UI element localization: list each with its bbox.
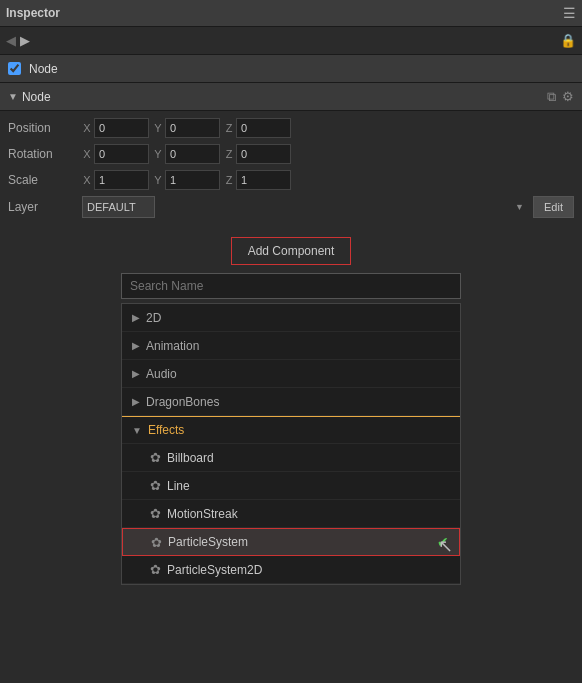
position-fields: X Y Z <box>82 118 574 138</box>
layer-select-wrap: DEFAULT <box>82 196 529 218</box>
rotation-x-input[interactable] <box>94 144 149 164</box>
sx-axis-label: X <box>82 174 92 186</box>
scale-z-input[interactable] <box>236 170 291 190</box>
nav-row: ◀ ▶ 🔒 <box>0 27 582 55</box>
audio-arrow: ▶ <box>132 368 140 379</box>
position-row: Position X Y Z <box>0 115 582 141</box>
scale-label: Scale <box>8 173 78 187</box>
scale-x-field: X <box>82 170 149 190</box>
effects-arrow: ▼ <box>132 425 142 436</box>
position-x-field: X <box>82 118 149 138</box>
2d-arrow: ▶ <box>132 312 140 323</box>
lock-icon[interactable]: 🔒 <box>560 33 576 48</box>
scale-fields: X Y Z <box>82 170 574 190</box>
tab-bar: Inspector ☰ <box>0 0 582 27</box>
rotation-z-input[interactable] <box>236 144 291 164</box>
back-arrow[interactable]: ◀ <box>6 33 16 48</box>
rotation-y-field: Y <box>153 144 220 164</box>
position-y-input[interactable] <box>165 118 220 138</box>
2d-label: 2D <box>146 311 161 325</box>
node-checkbox[interactable] <box>8 62 21 75</box>
particlesystem-icon: ✿ <box>151 535 162 550</box>
inspector-tab-title: Inspector <box>6 6 60 20</box>
layer-label: Layer <box>8 200 78 214</box>
component-line[interactable]: ✿ Line <box>122 472 460 500</box>
rotation-y-input[interactable] <box>165 144 220 164</box>
y-axis-label: Y <box>153 122 163 134</box>
settings-icon[interactable]: ⚙ <box>562 89 574 104</box>
section-header-left: ▼ Node <box>8 90 51 104</box>
layer-row: Layer DEFAULT Edit <box>0 193 582 221</box>
rotation-label: Rotation <box>8 147 78 161</box>
billboard-icon: ✿ <box>150 450 161 465</box>
line-icon: ✿ <box>150 478 161 493</box>
scale-y-input[interactable] <box>165 170 220 190</box>
tab-menu-icon[interactable]: ☰ <box>563 5 576 21</box>
scale-z-field: Z <box>224 170 291 190</box>
category-dragonbones[interactable]: ▶ DragonBones <box>122 388 460 416</box>
position-y-field: Y <box>153 118 220 138</box>
audio-label: Audio <box>146 367 177 381</box>
category-effects[interactable]: ▼ Effects <box>122 416 460 444</box>
particlesystem-name: ParticleSystem <box>168 535 431 549</box>
rotation-x-field: X <box>82 144 149 164</box>
layer-edit-button[interactable]: Edit <box>533 196 574 218</box>
rz-axis-label: Z <box>224 148 234 160</box>
add-component-area: Add Component ▶ 2D ▶ Animation ▶ Audio ▶… <box>0 225 582 585</box>
motionstreak-name: MotionStreak <box>167 507 450 521</box>
node-section-header: ▼ Node ⧉ ⚙ <box>0 83 582 111</box>
z-axis-label: Z <box>224 122 234 134</box>
animation-label: Animation <box>146 339 199 353</box>
dragonbones-label: DragonBones <box>146 395 219 409</box>
billboard-name: Billboard <box>167 451 450 465</box>
position-x-input[interactable] <box>94 118 149 138</box>
copy-icon[interactable]: ⧉ <box>547 89 556 105</box>
section-collapse-arrow[interactable]: ▼ <box>8 91 18 102</box>
nav-arrows: ◀ ▶ <box>6 33 30 48</box>
properties-area: Position X Y Z Rotation X Y <box>0 111 582 225</box>
category-2d[interactable]: ▶ 2D <box>122 304 460 332</box>
animation-arrow: ▶ <box>132 340 140 351</box>
effects-label: Effects <box>148 423 184 437</box>
layer-select[interactable]: DEFAULT <box>82 196 155 218</box>
position-label: Position <box>8 121 78 135</box>
search-name-input[interactable] <box>121 273 461 299</box>
motionstreak-icon: ✿ <box>150 506 161 521</box>
particlesystem-check: ✔ <box>437 534 449 550</box>
component-particlesystem[interactable]: ✿ ParticleSystem ✔ ↖ <box>122 528 460 556</box>
component-particlesystem2d[interactable]: ✿ ParticleSystem2D <box>122 556 460 584</box>
sy-axis-label: Y <box>153 174 163 186</box>
component-list: ▶ 2D ▶ Animation ▶ Audio ▶ DragonBones ▼… <box>121 303 461 585</box>
line-name: Line <box>167 479 450 493</box>
component-billboard[interactable]: ✿ Billboard <box>122 444 460 472</box>
scale-x-input[interactable] <box>94 170 149 190</box>
node-checkbox-row: Node <box>0 55 582 83</box>
rotation-row: Rotation X Y Z <box>0 141 582 167</box>
particlesystem2d-name: ParticleSystem2D <box>167 563 450 577</box>
x-axis-label: X <box>82 122 92 134</box>
node-checkbox-label: Node <box>29 62 58 76</box>
rx-axis-label: X <box>82 148 92 160</box>
scale-y-field: Y <box>153 170 220 190</box>
sz-axis-label: Z <box>224 174 234 186</box>
forward-arrow[interactable]: ▶ <box>20 33 30 48</box>
position-z-input[interactable] <box>236 118 291 138</box>
rotation-z-field: Z <box>224 144 291 164</box>
category-animation[interactable]: ▶ Animation <box>122 332 460 360</box>
component-motionstreak[interactable]: ✿ MotionStreak <box>122 500 460 528</box>
section-icons: ⧉ ⚙ <box>547 89 574 105</box>
category-audio[interactable]: ▶ Audio <box>122 360 460 388</box>
section-title: Node <box>22 90 51 104</box>
scale-row: Scale X Y Z <box>0 167 582 193</box>
particlesystem2d-icon: ✿ <box>150 562 161 577</box>
position-z-field: Z <box>224 118 291 138</box>
dragonbones-arrow: ▶ <box>132 396 140 407</box>
ry-axis-label: Y <box>153 148 163 160</box>
rotation-fields: X Y Z <box>82 144 574 164</box>
add-component-button[interactable]: Add Component <box>231 237 352 265</box>
